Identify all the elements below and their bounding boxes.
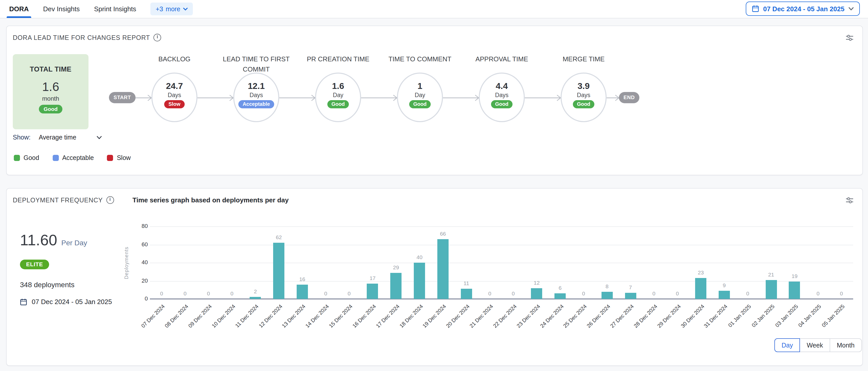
stage-unit: Day [316, 92, 360, 98]
bar-value-label: 11 [456, 280, 477, 286]
granularity-week[interactable]: Week [800, 338, 830, 352]
y-tick-label: 60 [129, 241, 148, 247]
x-tick-label: 13 Dec 2024 [281, 303, 307, 329]
x-tick-label: 03 Jan 2025 [774, 303, 799, 328]
bar-20-dec-2024[interactable] [461, 289, 472, 299]
x-tick-label: 26 Dec 2024 [585, 303, 611, 329]
granularity-day[interactable]: Day [774, 338, 800, 352]
stage-name-lead-time-to-first-commit: LEAD TIME TO FIRST COMMIT [215, 54, 297, 74]
status-badge: Slow [164, 100, 185, 108]
date-range-text: 07 Dec 2024 - 05 Jan 2025 [763, 5, 844, 12]
show-metric-value: Average time [39, 134, 76, 141]
bar-03-jan-2025[interactable] [789, 282, 800, 299]
bar-16-dec-2024[interactable] [367, 283, 378, 299]
stage-name-backlog: BACKLOG [133, 54, 215, 64]
legend-good: Good [14, 154, 39, 162]
date-range-picker[interactable]: 07 Dec 2024 - 05 Jan 2025 [746, 2, 860, 16]
bar-value-label: 0 [503, 290, 524, 296]
stage-merge-time: 3.9DaysGood [561, 73, 607, 122]
bar-12-dec-2024[interactable] [273, 243, 284, 299]
x-tick-label: 10 Dec 2024 [211, 303, 236, 329]
show-row: Show: Average time [13, 134, 102, 141]
tab-dev-insights[interactable]: Dev Insights [43, 0, 80, 18]
x-tick-label: 23 Dec 2024 [515, 303, 541, 329]
bar-11-dec-2024[interactable] [250, 297, 261, 299]
bar-value-label: 21 [761, 271, 781, 277]
bar-value-label: 0 [316, 290, 336, 296]
x-tick-label: 11 Dec 2024 [234, 303, 259, 329]
granularity-month[interactable]: Month [830, 338, 862, 352]
lead-time-flow: STARTENDBACKLOG24.7DaysSlowLEAD TIME TO … [7, 26, 862, 175]
bar-24-dec-2024[interactable] [554, 294, 566, 299]
stage-time-to-comment: 1DayGood [397, 73, 443, 122]
legend-slow: Slow [107, 154, 131, 162]
status-legend: GoodAcceptableSlow [14, 154, 131, 162]
y-tick-label: 20 [129, 277, 148, 283]
bar-value-label: 0 [339, 290, 359, 296]
x-tick-label: 30 Dec 2024 [679, 303, 705, 329]
bar-23-dec-2024[interactable] [531, 288, 542, 299]
legend-acceptable: Acceptable [53, 154, 94, 162]
stage-pr-creation-time: 1.6DayGood [315, 73, 361, 122]
stage-unit: Days [480, 92, 524, 98]
legend-swatch-slow [107, 155, 113, 161]
more-tabs-button[interactable]: +3 more [150, 3, 193, 15]
stage-unit: Days [562, 92, 606, 98]
gridline [150, 226, 853, 227]
bar-value-label: 0 [222, 290, 242, 296]
chevron-down-icon [848, 7, 854, 10]
bar-19-dec-2024[interactable] [437, 239, 448, 299]
more-label: more [166, 5, 180, 12]
bar-value-label: 6 [550, 285, 570, 291]
bar-value-label: 0 [479, 290, 500, 296]
legend-swatch-good [14, 155, 20, 161]
stage-approval-time: 4.4DaysGood [479, 73, 525, 122]
bar-value-label: 2 [245, 289, 266, 295]
bar-31-dec-2024[interactable] [719, 291, 730, 299]
x-tick-label: 29 Dec 2024 [656, 303, 682, 329]
x-tick-label: 22 Dec 2024 [492, 303, 518, 329]
lead-time-card: DORA LEAD TIME FOR CHANGES REPORT i TOTA… [6, 26, 863, 175]
bar-13-dec-2024[interactable] [297, 284, 308, 299]
deployment-frequency-card: DEPLOYMENT FREQUENCY i Time series graph… [6, 188, 863, 366]
bar-18-dec-2024[interactable] [414, 263, 425, 299]
bar-value-label: 7 [620, 284, 641, 290]
bar-26-dec-2024[interactable] [601, 292, 613, 299]
status-badge: Good [491, 100, 513, 108]
x-tick-label: 14 Dec 2024 [304, 303, 330, 329]
stage-value: 12.1 [234, 81, 278, 92]
x-tick-label: 12 Dec 2024 [257, 303, 283, 329]
bar-value-label: 0 [175, 290, 195, 296]
x-tick-label: 18 Dec 2024 [398, 303, 424, 329]
bar-30-dec-2024[interactable] [695, 278, 706, 299]
bar-value-label: 9 [714, 282, 735, 288]
stage-value: 1 [398, 81, 442, 92]
tab-dora[interactable]: DORA [9, 0, 29, 18]
bar-value-label: 16 [292, 276, 312, 282]
bar-02-jan-2025[interactable] [766, 280, 777, 299]
stage-name-approval-time: APPROVAL TIME [461, 54, 543, 64]
chevron-down-icon [183, 7, 187, 10]
bar-17-dec-2024[interactable] [391, 273, 402, 299]
x-tick-label: 08 Dec 2024 [163, 303, 189, 329]
show-metric-select[interactable]: Average time [39, 134, 102, 141]
status-badge: Acceptable [239, 100, 274, 108]
bar-value-label: 0 [808, 290, 828, 296]
status-badge: Good [409, 100, 431, 108]
y-tick-label: 80 [129, 223, 148, 229]
tab-sprint-insights[interactable]: Sprint Insights [94, 0, 136, 18]
y-tick-label: 0 [129, 295, 148, 302]
status-badge: Good [328, 100, 349, 108]
stage-unit: Days [152, 92, 196, 98]
bar-value-label: 8 [597, 283, 617, 289]
x-tick-label: 24 Dec 2024 [538, 303, 564, 329]
x-tick-label: 04 Jan 2025 [797, 303, 823, 328]
stage-value: 24.7 [152, 81, 196, 92]
legend-label: Good [24, 154, 39, 162]
stage-lead-time-to-first-commit: 12.1DaysAcceptable [233, 73, 279, 122]
stage-value: 4.4 [480, 81, 524, 92]
end-node: END [619, 92, 639, 103]
bar-27-dec-2024[interactable] [625, 293, 636, 299]
gridline [150, 244, 853, 245]
x-tick-label: 01 Jan 2025 [727, 303, 752, 328]
